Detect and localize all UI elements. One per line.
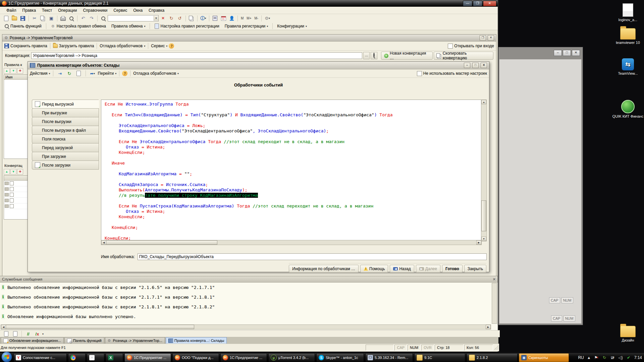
find-prev-button[interactable]: ↺	[176, 14, 184, 22]
new-conversion-button[interactable]: +Новая конвертация …	[381, 52, 433, 60]
event-tab[interactable]: Перед выгрузкой	[32, 100, 99, 109]
menu-item-2[interactable]: Правка	[19, 7, 39, 13]
conversion-input[interactable]: УправлениеТорговлей --> Розница	[31, 52, 362, 59]
event-tab[interactable]: Поля поиска	[32, 134, 99, 143]
maximize-icon[interactable]: □	[472, 63, 479, 68]
scrollbar-thumb[interactable]	[6, 325, 194, 329]
language-indicator[interactable]: RU	[578, 355, 584, 360]
search-icon[interactable]	[99, 14, 107, 22]
taskbar-button[interactable]: 1С1С:Предприятие ...	[124, 353, 171, 362]
update-icon[interactable]: ↻	[602, 355, 607, 360]
open-handler-button[interactable]: ➦▾	[89, 70, 97, 77]
window-tab[interactable]: ⚙Розница -> УправлениеТор...	[105, 337, 165, 344]
menu-item-7[interactable]: Окна	[130, 7, 146, 13]
volume-icon[interactable]: ◁)	[618, 355, 623, 360]
close-button[interactable]: Закрыть	[464, 265, 486, 273]
menu-item-3[interactable]: Текст	[39, 7, 55, 13]
network-icon[interactable]: 🖳	[610, 355, 615, 360]
menu-item-6[interactable]: Сервис	[110, 7, 130, 13]
minimize-icon[interactable]: —	[463, 1, 472, 6]
actions-button[interactable]: Действия	[30, 71, 48, 76]
close-icon[interactable]: ✕	[572, 50, 580, 56]
scroll-right-icon[interactable]: ▶	[486, 325, 491, 329]
maximize-icon[interactable]: ❐	[473, 1, 482, 6]
no-wizard-checkbox[interactable]: Не использовать мастер настроек	[417, 71, 487, 76]
taskbar-button[interactable]: 1СООО "Подарки д...	[172, 353, 219, 362]
event-tab[interactable]: При загрузке	[32, 152, 99, 161]
refresh-button[interactable]: ↻	[65, 70, 73, 77]
window-tab[interactable]: Правила конверта...: Склады	[166, 337, 227, 344]
show-hidden-icons[interactable]: ▲	[587, 355, 591, 360]
taskbar-button[interactable]: 🖵5.39.162.34 - Rem...	[365, 353, 413, 362]
back-button[interactable]: ◀Назад	[390, 265, 414, 273]
close-icon[interactable]: ✕	[493, 277, 496, 282]
resize-grip[interactable]	[494, 345, 498, 350]
preview-button[interactable]	[67, 14, 75, 22]
desktop-icon[interactable]: loginov_a...	[612, 3, 644, 22]
add-page-button[interactable]	[75, 70, 83, 77]
registration-rules-button[interactable]: Правила регистрации▾	[222, 23, 271, 29]
event-tab[interactable]: При выгрузке	[32, 108, 99, 117]
open-button[interactable]	[10, 14, 18, 22]
scroll-left-icon[interactable]: ◀	[1, 325, 6, 329]
close-icon[interactable]: ✕	[481, 63, 487, 68]
start-button[interactable]	[1, 352, 12, 362]
move-up-icon[interactable]: ▲	[4, 169, 10, 175]
vertical-scrollbar[interactable]	[492, 283, 497, 324]
horizontal-scrollbar[interactable]: ◀ ▶	[1, 324, 491, 329]
message-row[interactable]: iВыполнено обновление информационной баз…	[0, 292, 498, 302]
configurations-button[interactable]: Конфигурации▾	[275, 23, 309, 29]
debug-handlers-button[interactable]: Отладка обработчиков	[100, 44, 143, 48]
handler-name-input[interactable]	[138, 253, 487, 260]
taskbar-button[interactable]: µμTorrent 3.4.2 (b...	[268, 353, 315, 362]
message-row[interactable]: iОбновление информационной базы выполнен…	[0, 312, 498, 321]
copy-window-button[interactable]	[187, 14, 196, 22]
desktop-icon[interactable]: Дизайн	[612, 324, 644, 342]
tools-button[interactable]: ⚙▾	[263, 14, 271, 22]
help-icon[interactable]: ?	[169, 43, 174, 49]
close-icon[interactable]: ✕	[483, 1, 496, 6]
print-button[interactable]	[59, 14, 67, 22]
taskbar-button[interactable]: 9.1С	[414, 353, 465, 362]
ellipsis-button[interactable]: …	[363, 52, 370, 59]
add-icon[interactable]: ✚	[17, 68, 23, 74]
event-tab[interactable]: После загрузки	[32, 161, 99, 170]
redo-button[interactable]: ↷	[88, 14, 96, 22]
taskbar-button[interactable]: X	[106, 353, 123, 362]
panel-functions-button[interactable]: Панель функций	[2, 23, 44, 29]
close-icon[interactable]: ✕	[488, 35, 494, 41]
scroll-down-icon[interactable]: ▼	[481, 237, 486, 241]
magnifier-button[interactable]	[371, 52, 377, 59]
chevron-down-icon[interactable]: ▼	[154, 16, 158, 21]
scrollbar-thumb[interactable]	[106, 240, 217, 245]
calendar-button[interactable]: 31	[219, 14, 227, 22]
menu-item-4[interactable]: Операции	[55, 7, 80, 13]
search-input[interactable]: ▼	[108, 15, 159, 21]
next-button[interactable]: ▶Далее	[416, 265, 440, 273]
setup-registration-rules-button[interactable]: Настройка правил регистрации	[152, 23, 221, 29]
memory-mminus-button[interactable]: М-	[253, 16, 260, 20]
taskbar-button[interactable]: ≡	[87, 353, 104, 362]
handlers-info-button[interactable]: Информация по обработчикам …	[289, 265, 359, 273]
undo-button[interactable]: ↶	[79, 14, 87, 22]
menu-item-5[interactable]: Справочники	[80, 7, 110, 13]
desktop-icon[interactable]: ⇆TeamView...	[612, 57, 644, 75]
go-button[interactable]: Перейти	[98, 71, 114, 76]
taskbar-button[interactable]: SSkype™ - anton_1c	[316, 353, 364, 362]
clock[interactable]: 7:14	[634, 355, 642, 360]
scrollbar-thumb[interactable]	[481, 200, 486, 231]
scroll-left-icon[interactable]: ◀	[101, 240, 106, 245]
service-button[interactable]: Сервис	[151, 44, 165, 48]
menu-item-1[interactable]: Файл	[3, 7, 19, 13]
desktop-icon[interactable]: QUIK КИТ Финанс	[612, 100, 644, 118]
debug-handlers-button[interactable]: Отладка обработчиков	[133, 71, 176, 76]
dialog-titlebar[interactable]: Правила конвертации объектов: Склады – □…	[28, 62, 489, 69]
move-up-icon[interactable]: ▲	[4, 68, 10, 74]
done-button[interactable]: Готово	[442, 265, 463, 273]
memory-mplus-button[interactable]: М+	[245, 16, 253, 20]
help-button[interactable]: !Помощь	[360, 265, 388, 273]
import-button[interactable]: ⇥	[56, 70, 64, 77]
maximize-icon[interactable]: □	[563, 50, 571, 56]
scroll-up-icon[interactable]: ▲	[481, 100, 486, 104]
calculator-button[interactable]: 88	[211, 14, 219, 22]
